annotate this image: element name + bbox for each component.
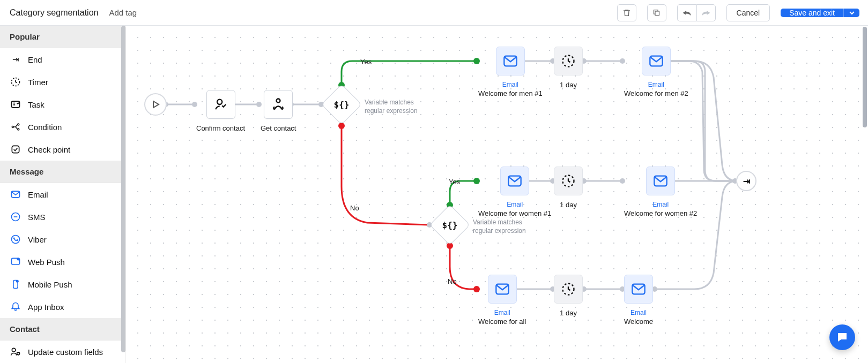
node-condition-1[interactable]: ${} <box>327 90 356 119</box>
node-timer-row1[interactable]: 1 day <box>554 47 583 89</box>
email-icon <box>649 55 664 67</box>
sidebar-item-label: Mobile Push <box>28 280 72 289</box>
condition-2-desc: Variable matches regular expression <box>473 218 543 235</box>
svg-rect-6 <box>12 146 19 153</box>
chat-fab[interactable] <box>829 324 855 350</box>
sidebar-item-timer[interactable]: Timer <box>0 71 121 93</box>
appinbox-icon <box>10 301 21 313</box>
sidebar-item-viber[interactable]: Viber <box>0 228 121 251</box>
copy-button[interactable] <box>647 4 666 21</box>
save-button[interactable]: Save and exit <box>781 9 843 17</box>
sidebar-item-label: Email <box>28 190 48 199</box>
svg-point-46 <box>217 100 222 104</box>
condition-icon <box>10 121 21 133</box>
email-icon <box>503 55 518 67</box>
node-timer-row3[interactable]: 1 day <box>554 275 583 317</box>
sidebar-item-label: Check point <box>28 145 70 154</box>
node-email-all-2[interactable]: Email Welcome <box>624 275 653 326</box>
delete-button[interactable] <box>617 4 636 21</box>
node-label: Welcome for men #2 <box>624 89 688 97</box>
node-type: Email <box>507 201 523 208</box>
task-icon <box>10 99 21 110</box>
condition-1-desc: Variable matches regular expression <box>365 99 434 115</box>
node-start[interactable] <box>144 93 167 116</box>
svg-point-14 <box>12 348 16 352</box>
sidebar-item-sms[interactable]: SMS <box>0 206 121 228</box>
play-icon <box>151 100 160 109</box>
sidebar-section-message: Message <box>0 161 121 183</box>
svg-point-13 <box>16 280 19 283</box>
save-options-button[interactable] <box>843 9 859 17</box>
node-get-contact[interactable]: Get contact <box>261 90 296 132</box>
node-email-all-1[interactable]: Email Welcome for all <box>478 275 526 326</box>
svg-point-9 <box>12 236 20 244</box>
svg-point-11 <box>17 258 20 261</box>
svg-rect-0 <box>655 11 659 16</box>
sidebar-item-mobilepush[interactable]: Mobile Push <box>0 273 121 296</box>
node-condition-2[interactable]: ${} <box>435 210 464 239</box>
svg-point-5 <box>18 128 19 130</box>
timer-icon <box>561 173 576 188</box>
branch-no-2: No <box>448 277 457 285</box>
node-email-men-2[interactable]: Email Welcome for men #2 <box>624 47 688 97</box>
svg-point-23 <box>338 123 345 129</box>
node-email-women-1[interactable]: Email Welcome for women #1 <box>478 167 551 217</box>
sidebar-item-email[interactable]: Email <box>0 183 121 206</box>
sidebar-item-label: End <box>28 55 42 64</box>
sidebar-item-task[interactable]: Task <box>0 93 121 116</box>
node-type: Email <box>648 81 664 88</box>
variable-icon: ${} <box>442 220 458 230</box>
copy-icon <box>652 9 661 17</box>
node-label: Get contact <box>261 124 296 132</box>
branch-yes-2: Yes <box>449 178 460 186</box>
sidebar-item-end[interactable]: ⇥End <box>0 48 121 71</box>
undo-icon <box>682 9 692 17</box>
branch-no-1: No <box>350 204 359 212</box>
sidebar-section-contact: Contact <box>0 318 121 341</box>
node-email-women-2[interactable]: Email Welcome for women #2 <box>624 167 697 217</box>
node-confirm-contact[interactable]: Confirm contact <box>196 90 245 132</box>
confirm-contact-icon <box>213 97 228 112</box>
email-icon <box>653 175 668 187</box>
svg-point-47 <box>277 99 280 103</box>
sidebar-item-appinbox[interactable]: App Inbox <box>0 296 121 318</box>
node-label: Confirm contact <box>196 124 245 132</box>
sidebar-item-webpush[interactable]: Web Push <box>0 251 121 273</box>
node-label: Welcome for all <box>478 317 526 326</box>
checkpoint-icon <box>10 143 21 155</box>
node-label: Welcome for women #1 <box>478 209 551 217</box>
sms-icon <box>10 211 21 223</box>
viber-icon <box>10 233 21 245</box>
end-icon: ⇥ <box>10 54 21 65</box>
undo-button[interactable] <box>677 4 696 21</box>
node-label: 1 day <box>560 81 577 89</box>
chat-icon <box>836 331 849 344</box>
email-icon <box>507 175 522 187</box>
svg-point-4 <box>18 124 19 125</box>
email-icon <box>631 283 646 296</box>
variable-icon: ${} <box>334 100 350 110</box>
node-label: Welcome for women #2 <box>624 209 697 217</box>
end-icon: ⇥ <box>743 176 750 186</box>
webpush-icon <box>10 256 21 268</box>
sidebar-item-label: Timer <box>28 78 48 87</box>
sidebar-item-condition[interactable]: Condition <box>0 116 121 138</box>
timer-icon <box>561 282 576 297</box>
canvas-scrollbar[interactable] <box>862 26 868 363</box>
node-timer-row2[interactable]: 1 day <box>554 167 583 209</box>
node-email-men-1[interactable]: Email Welcome for men #1 <box>478 47 543 97</box>
sidebar-item-update-fields[interactable]: Update custom fields <box>0 341 121 363</box>
add-tag-button[interactable]: Add tag <box>109 8 137 17</box>
node-end[interactable]: ⇥ <box>736 171 756 191</box>
canvas[interactable]: Confirm contact Get contact ${} Variable… <box>125 26 868 363</box>
node-label: Welcome <box>624 317 653 326</box>
sidebar-item-checkpoint[interactable]: Check point <box>0 138 121 161</box>
update-fields-icon <box>10 346 21 358</box>
sidebar-scrollbar[interactable] <box>121 26 125 352</box>
email-icon <box>10 188 21 200</box>
node-type: Email <box>630 309 647 316</box>
mobilepush-icon <box>10 278 21 290</box>
redo-button[interactable] <box>696 4 716 21</box>
cancel-button[interactable]: Cancel <box>726 4 770 21</box>
sidebar-item-label: App Inbox <box>28 303 64 312</box>
